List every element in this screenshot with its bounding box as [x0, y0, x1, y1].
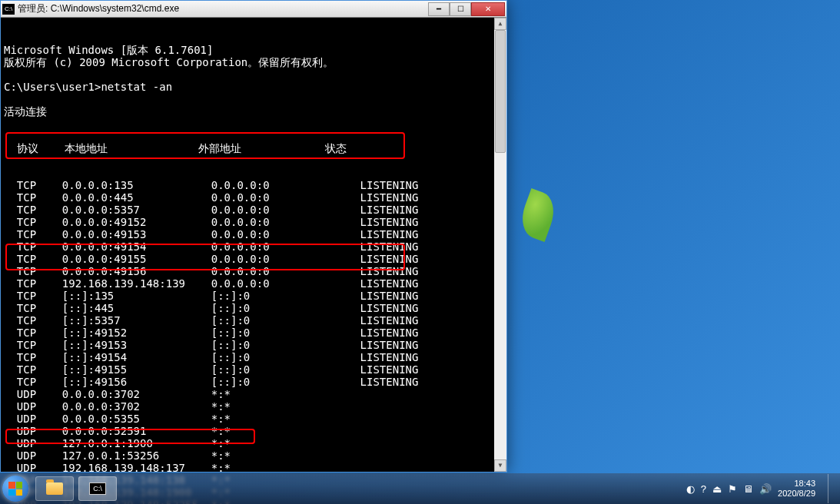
maximize-button[interactable]: ☐	[450, 2, 471, 16]
netstat-rows: TCP 0.0.0.0:135 0.0.0.0:0 LISTENING TCP …	[4, 179, 503, 504]
tray-icon-network[interactable]: 🖥	[743, 483, 753, 495]
taskbar-item-explorer[interactable]	[35, 476, 74, 501]
clock[interactable]: 18:43 2020/8/29	[778, 479, 818, 499]
tray-icon-flag[interactable]: ⚑	[728, 483, 737, 495]
tray-icon-volume[interactable]: 🔊	[759, 483, 772, 495]
window-title: 管理员: C:\Windows\system32\cmd.exe	[18, 2, 428, 15]
cmd-header-text: Microsoft Windows [版本 6.1.7601] 版权所有 (c)…	[4, 44, 503, 118]
cmd-body[interactable]: Microsoft Windows [版本 6.1.7601] 版权所有 (c)…	[1, 18, 506, 472]
tray-icon-updates[interactable]: ◐	[686, 483, 695, 495]
clock-time: 18:43	[778, 479, 815, 489]
windows-logo-icon	[8, 482, 22, 496]
scroll-thumb[interactable]	[495, 30, 506, 153]
start-button[interactable]	[0, 473, 31, 504]
scroll-up-icon[interactable]: ▲	[494, 18, 506, 30]
scroll-track[interactable]	[494, 30, 506, 459]
tray-icon-help[interactable]: ?	[701, 483, 706, 495]
scroll-down-icon[interactable]: ▼	[494, 459, 506, 472]
system-tray: ◐ ? ⏏ ⚑ 🖥 🔊 18:43 2020/8/29	[686, 474, 835, 503]
clock-date: 2020/8/29	[778, 489, 815, 499]
taskbar: C:\ ◐ ? ⏏ ⚑ 🖥 🔊 18:43 2020/8/29	[0, 473, 840, 504]
wallpaper-leaf	[516, 188, 560, 242]
tray-icon-eject[interactable]: ⏏	[712, 483, 722, 495]
scrollbar[interactable]: ▲ ▼	[494, 18, 506, 472]
cmd-window: C:\ 管理员: C:\Windows\system32\cmd.exe ━ ☐…	[0, 0, 507, 472]
show-desktop-button[interactable]	[828, 474, 835, 503]
titlebar[interactable]: C:\ 管理员: C:\Windows\system32\cmd.exe ━ ☐…	[1, 1, 506, 18]
close-button[interactable]: ✕	[471, 2, 505, 16]
minimize-button[interactable]: ━	[428, 2, 450, 16]
netstat-column-header: 协议 本地地址 外部地址 状态	[4, 142, 503, 154]
taskbar-item-cmd[interactable]: C:\	[78, 476, 117, 501]
cmd-titlebar-icon: C:\	[2, 4, 15, 15]
cmd-icon: C:\	[89, 482, 106, 495]
folder-icon	[46, 482, 63, 495]
